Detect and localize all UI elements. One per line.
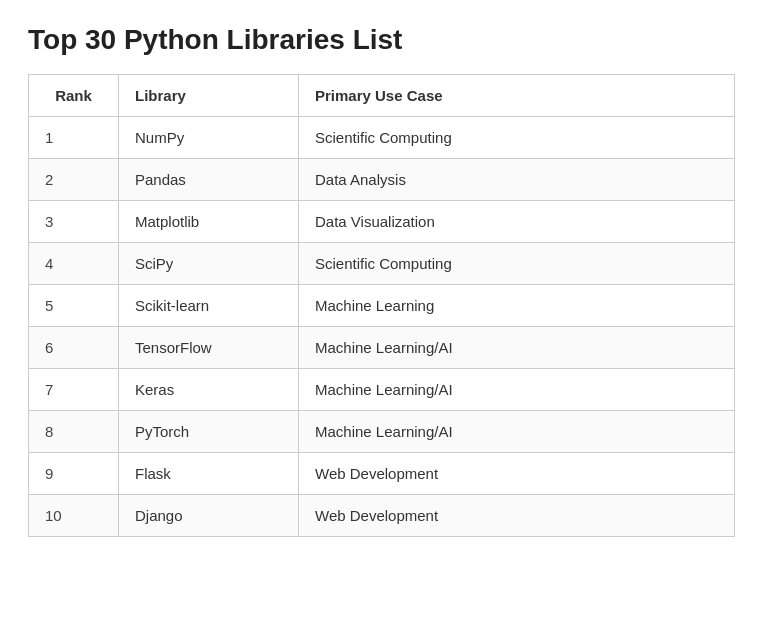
libraries-table: Rank Library Primary Use Case 1NumPyScie… bbox=[28, 74, 735, 537]
cell-use-case: Data Visualization bbox=[299, 201, 735, 243]
table-row: 10DjangoWeb Development bbox=[29, 495, 735, 537]
table-row: 7KerasMachine Learning/AI bbox=[29, 369, 735, 411]
cell-use-case: Machine Learning bbox=[299, 285, 735, 327]
col-rank: Rank bbox=[29, 75, 119, 117]
table-row: 8PyTorchMachine Learning/AI bbox=[29, 411, 735, 453]
table-row: 2PandasData Analysis bbox=[29, 159, 735, 201]
cell-library: PyTorch bbox=[119, 411, 299, 453]
cell-rank: 1 bbox=[29, 117, 119, 159]
cell-use-case: Machine Learning/AI bbox=[299, 327, 735, 369]
cell-use-case: Scientific Computing bbox=[299, 243, 735, 285]
cell-rank: 6 bbox=[29, 327, 119, 369]
cell-rank: 5 bbox=[29, 285, 119, 327]
cell-rank: 10 bbox=[29, 495, 119, 537]
cell-library: SciPy bbox=[119, 243, 299, 285]
cell-library: NumPy bbox=[119, 117, 299, 159]
cell-library: TensorFlow bbox=[119, 327, 299, 369]
cell-use-case: Web Development bbox=[299, 453, 735, 495]
table-row: 4SciPyScientific Computing bbox=[29, 243, 735, 285]
cell-rank: 7 bbox=[29, 369, 119, 411]
table-header-row: Rank Library Primary Use Case bbox=[29, 75, 735, 117]
cell-library: Django bbox=[119, 495, 299, 537]
cell-rank: 3 bbox=[29, 201, 119, 243]
cell-library: Scikit-learn bbox=[119, 285, 299, 327]
cell-library: Pandas bbox=[119, 159, 299, 201]
col-library: Library bbox=[119, 75, 299, 117]
cell-library: Flask bbox=[119, 453, 299, 495]
table-row: 5Scikit-learnMachine Learning bbox=[29, 285, 735, 327]
cell-rank: 9 bbox=[29, 453, 119, 495]
cell-use-case: Machine Learning/AI bbox=[299, 369, 735, 411]
cell-library: Keras bbox=[119, 369, 299, 411]
cell-library: Matplotlib bbox=[119, 201, 299, 243]
table-row: 9FlaskWeb Development bbox=[29, 453, 735, 495]
cell-rank: 4 bbox=[29, 243, 119, 285]
table-row: 3MatplotlibData Visualization bbox=[29, 201, 735, 243]
cell-use-case: Data Analysis bbox=[299, 159, 735, 201]
cell-rank: 8 bbox=[29, 411, 119, 453]
cell-use-case: Scientific Computing bbox=[299, 117, 735, 159]
table-row: 6TensorFlowMachine Learning/AI bbox=[29, 327, 735, 369]
table-row: 1NumPyScientific Computing bbox=[29, 117, 735, 159]
cell-rank: 2 bbox=[29, 159, 119, 201]
cell-use-case: Web Development bbox=[299, 495, 735, 537]
page-title: Top 30 Python Libraries List bbox=[28, 24, 735, 56]
cell-use-case: Machine Learning/AI bbox=[299, 411, 735, 453]
col-use-case: Primary Use Case bbox=[299, 75, 735, 117]
